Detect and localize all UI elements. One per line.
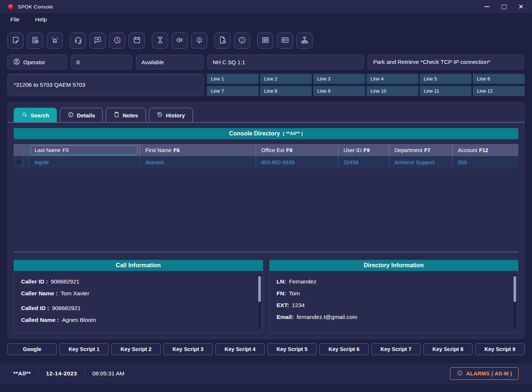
org-chart-button[interactable]	[296, 32, 313, 49]
title-bar: SPOK Console ✕	[0, 0, 532, 13]
google-button[interactable]: Google	[7, 343, 57, 355]
call-information-scrollbar[interactable]	[258, 275, 261, 328]
line-9-button[interactable]: Line 9	[313, 86, 365, 96]
line-11-button[interactable]: Line 11	[420, 86, 471, 96]
park-retrieve-field[interactable]: Park and Retrieve *Check TCP IP connecti…	[368, 55, 524, 69]
last-name-search-box[interactable]: Last Name F5	[31, 145, 138, 155]
scrollbar-thumb[interactable]	[258, 276, 261, 302]
siren-icon	[51, 36, 59, 46]
console-directory-header: Console Directory ( **All** )	[14, 128, 518, 139]
statusbar-filter: **All**	[13, 370, 31, 377]
column-first-name[interactable]: First Name F6	[140, 144, 256, 156]
volume-button[interactable]	[171, 32, 188, 49]
key-script-3-button[interactable]: Key Script 3	[163, 343, 213, 355]
line-buttons-grid: Line 1 Line 2 Line 3 Line 4 Line 5 Line …	[207, 74, 525, 96]
cell-account[interactable]: 569	[452, 156, 518, 168]
status-fields-row: Operator 0 Available NH C SQ 1:1 Park an…	[7, 55, 524, 69]
operator-field[interactable]: Operator	[7, 55, 67, 69]
main-panel: Search Details Notes History Console Dir…	[7, 102, 525, 339]
line-5-button[interactable]: Line 5	[420, 74, 471, 84]
key-script-1-button[interactable]: Key Script 1	[59, 343, 109, 355]
availability-field[interactable]: Available	[136, 55, 204, 69]
called-name-line: Called Name : Agnes Bloom	[21, 317, 252, 329]
headset-button[interactable]	[70, 32, 86, 49]
table-row[interactable]: Ingole Avinash 603-892-6939 32458 Amhers…	[14, 156, 518, 168]
line-6-button[interactable]: Line 6	[473, 74, 525, 84]
alert-circle-button[interactable]	[234, 32, 250, 49]
cell-user-id[interactable]: 32458	[338, 156, 389, 168]
cell-office-ext[interactable]: 603-892-6939	[256, 156, 338, 168]
column-last-name[interactable]: Last Name F5	[29, 144, 140, 156]
tabs-divider	[8, 122, 524, 123]
line-3-button[interactable]: Line 3	[313, 74, 365, 84]
spok-logo-icon	[8, 4, 14, 10]
line-10-button[interactable]: Line 10	[366, 86, 418, 96]
info-panels-row: Call Information Caller ID : 908682921 C…	[14, 260, 518, 333]
active-call-text: *31206 to 5703 QAEM 5703	[14, 82, 85, 88]
bell-alert-button[interactable]	[191, 32, 207, 49]
line-1-button[interactable]: Line 1	[207, 74, 259, 84]
key-script-7-button[interactable]: Key Script 7	[371, 343, 421, 355]
key-script-4-button[interactable]: Key Script 4	[215, 343, 265, 355]
call-and-lines-row: *31206 to 5703 QAEM 5703 Line 1 Line 2 L…	[7, 74, 525, 96]
list-button[interactable]	[257, 32, 273, 49]
key-script-9-button[interactable]: Key Script 9	[475, 343, 525, 355]
column-office-ext[interactable]: Office Ext F8	[256, 144, 338, 156]
key-script-2-button[interactable]: Key Script 2	[111, 343, 161, 355]
queue-field[interactable]: NH C SQ 1:1	[207, 55, 364, 69]
contact-card-button[interactable]	[277, 32, 293, 49]
minimize-button[interactable]	[484, 4, 490, 10]
email-line: Email: fernandez.t@gmail.com	[277, 314, 507, 326]
directory-information-scrollbar[interactable]	[514, 275, 516, 328]
menu-help[interactable]: Help	[35, 16, 47, 23]
line-8-button[interactable]: Line 8	[260, 86, 312, 96]
maximize-button[interactable]	[501, 4, 507, 10]
menu-file[interactable]: File	[10, 16, 20, 23]
cell-department[interactable]: Amherst Support	[389, 156, 453, 168]
line-12-button[interactable]: Line 12	[473, 86, 525, 96]
column-user-id[interactable]: User ID F9	[338, 144, 389, 156]
siren-button[interactable]	[47, 32, 63, 49]
directory-information-panel: Directory Information LN: Fernandez FN: …	[269, 260, 519, 333]
alert-circle-icon	[238, 36, 246, 46]
tab-details[interactable]: Details	[60, 108, 103, 122]
volume-icon	[175, 36, 184, 46]
column-account[interactable]: Account F12	[452, 144, 518, 156]
called-id-line: Called ID : 908682921	[21, 305, 252, 317]
directory-table-empty-area	[14, 168, 518, 252]
tab-history[interactable]: History	[149, 108, 193, 122]
calendar-button[interactable]	[129, 32, 145, 49]
directory-information-body: LN: Fernandez FN: Tom EXT: 1234 Email: f…	[269, 271, 519, 333]
column-department[interactable]: Department F7	[389, 144, 452, 156]
ln-line: LN: Fernandez	[277, 278, 507, 290]
active-call-display[interactable]: *31206 to 5703 QAEM 5703	[7, 74, 204, 96]
tab-search-label: Search	[31, 112, 49, 118]
header-indicator-cell	[14, 144, 29, 156]
key-script-6-button[interactable]: Key Script 6	[319, 343, 369, 355]
close-button[interactable]: ✕	[518, 4, 524, 10]
statusbar-date: 12-14-2023	[46, 370, 77, 377]
cell-last-name[interactable]: Ingole	[29, 156, 140, 168]
key-script-8-button[interactable]: Key Script 8	[423, 343, 473, 355]
scrollbar-thumb[interactable]	[514, 276, 516, 302]
clock-button[interactable]	[109, 32, 125, 49]
operator-label: Operator	[23, 59, 45, 65]
sticky-note-button[interactable]	[7, 32, 24, 49]
line-7-button[interactable]: Line 7	[207, 86, 259, 96]
tab-search[interactable]: Search	[14, 108, 57, 122]
key-script-5-button[interactable]: Key Script 5	[267, 343, 317, 355]
menu-bar: File Help	[10, 16, 47, 23]
hourglass-button[interactable]	[152, 32, 168, 49]
alarms-button[interactable]: ALARMS ( Alt-M )	[450, 367, 519, 380]
line-4-button[interactable]: Line 4	[366, 74, 418, 84]
caller-name-line: Caller Name : Tom Xavier	[21, 290, 252, 302]
tab-history-label: History	[166, 112, 185, 118]
file-clock-button[interactable]	[214, 32, 231, 49]
chat-pause-button[interactable]	[89, 32, 106, 49]
line-2-button[interactable]: Line 2	[260, 74, 312, 84]
call-count-field[interactable]: 0	[71, 55, 132, 69]
tab-notes[interactable]: Notes	[106, 108, 146, 122]
document-check-button[interactable]	[27, 32, 43, 49]
cell-first-name[interactable]: Avinash	[140, 156, 256, 168]
row-status-dot	[16, 160, 21, 165]
